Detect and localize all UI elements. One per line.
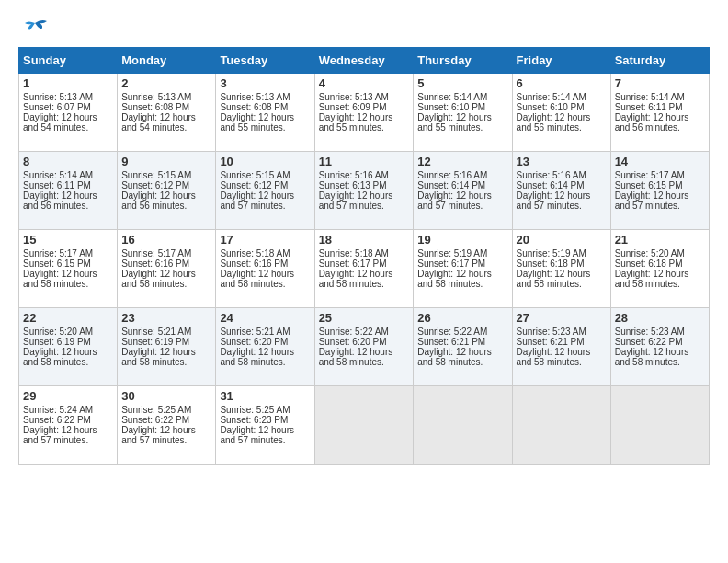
day-number: 30 bbox=[121, 389, 211, 403]
sunset-text: Sunset: 6:21 PM bbox=[517, 337, 585, 347]
sunrise-text: Sunrise: 5:20 AM bbox=[23, 327, 93, 337]
header-monday: Monday bbox=[118, 48, 216, 74]
daylight-label: Daylight: 12 hours and 55 minutes. bbox=[220, 112, 294, 132]
day-number: 7 bbox=[615, 76, 705, 90]
calendar-table: Sunday Monday Tuesday Wednesday Thursday… bbox=[18, 47, 710, 465]
header-friday: Friday bbox=[512, 48, 610, 74]
sunset-text: Sunset: 6:14 PM bbox=[517, 180, 585, 190]
day-number: 21 bbox=[615, 233, 705, 247]
sunrise-text: Sunrise: 5:25 AM bbox=[121, 405, 191, 415]
sunset-text: Sunset: 6:16 PM bbox=[220, 259, 288, 269]
sunset-text: Sunset: 6:18 PM bbox=[517, 259, 585, 269]
daylight-label: Daylight: 12 hours and 58 minutes. bbox=[615, 347, 689, 367]
calendar-cell: 17Sunrise: 5:18 AMSunset: 6:16 PMDayligh… bbox=[216, 230, 314, 308]
calendar-header-row: Sunday Monday Tuesday Wednesday Thursday… bbox=[19, 48, 710, 74]
day-number: 8 bbox=[23, 155, 113, 168]
daylight-label: Daylight: 12 hours and 57 minutes. bbox=[220, 190, 294, 211]
sunrise-text: Sunrise: 5:23 AM bbox=[615, 327, 685, 337]
calendar-cell: 20Sunrise: 5:19 AMSunset: 6:18 PMDayligh… bbox=[512, 230, 610, 308]
header-wednesday: Wednesday bbox=[314, 48, 414, 74]
daylight-label: Daylight: 12 hours and 58 minutes. bbox=[517, 347, 591, 367]
daylight-label: Daylight: 12 hours and 55 minutes. bbox=[319, 112, 393, 132]
header-tuesday: Tuesday bbox=[216, 48, 314, 74]
sunrise-text: Sunrise: 5:15 AM bbox=[121, 170, 191, 180]
day-number: 24 bbox=[220, 311, 310, 325]
day-number: 16 bbox=[121, 233, 211, 247]
calendar-cell bbox=[610, 386, 709, 465]
day-number: 5 bbox=[417, 76, 507, 90]
daylight-label: Daylight: 12 hours and 58 minutes. bbox=[121, 269, 196, 289]
calendar-cell: 7Sunrise: 5:14 AMSunset: 6:11 PMDaylight… bbox=[610, 74, 709, 152]
logo bbox=[18, 18, 49, 38]
day-number: 29 bbox=[23, 389, 113, 403]
daylight-label: Daylight: 12 hours and 54 minutes. bbox=[23, 112, 97, 132]
sunrise-text: Sunrise: 5:22 AM bbox=[417, 327, 487, 337]
sunset-text: Sunset: 6:17 PM bbox=[417, 259, 485, 269]
sunrise-text: Sunrise: 5:19 AM bbox=[517, 248, 586, 259]
header-sunday: Sunday bbox=[19, 48, 118, 74]
calendar-cell: 10Sunrise: 5:15 AMSunset: 6:12 PMDayligh… bbox=[216, 152, 314, 230]
daylight-label: Daylight: 12 hours and 58 minutes. bbox=[319, 347, 393, 367]
calendar-cell: 23Sunrise: 5:21 AMSunset: 6:19 PMDayligh… bbox=[118, 308, 216, 386]
daylight-label: Daylight: 12 hours and 56 minutes. bbox=[517, 112, 591, 132]
sunset-text: Sunset: 6:18 PM bbox=[615, 259, 683, 269]
daylight-label: Daylight: 12 hours and 58 minutes. bbox=[417, 269, 492, 289]
calendar-cell: 30Sunrise: 5:25 AMSunset: 6:22 PMDayligh… bbox=[118, 386, 216, 465]
day-number: 9 bbox=[121, 155, 211, 168]
daylight-label: Daylight: 12 hours and 56 minutes. bbox=[615, 112, 689, 132]
sunset-text: Sunset: 6:07 PM bbox=[23, 102, 91, 112]
sunrise-text: Sunrise: 5:18 AM bbox=[319, 248, 389, 259]
daylight-label: Daylight: 12 hours and 57 minutes. bbox=[615, 190, 689, 211]
sunrise-text: Sunrise: 5:17 AM bbox=[121, 248, 191, 259]
calendar-cell: 31Sunrise: 5:25 AMSunset: 6:23 PMDayligh… bbox=[216, 386, 314, 465]
logo-bird-icon bbox=[21, 18, 49, 41]
calendar-cell: 4Sunrise: 5:13 AMSunset: 6:09 PMDaylight… bbox=[314, 74, 414, 152]
sunrise-text: Sunrise: 5:23 AM bbox=[517, 327, 586, 337]
calendar-cell: 15Sunrise: 5:17 AMSunset: 6:15 PMDayligh… bbox=[19, 230, 118, 308]
sunrise-text: Sunrise: 5:15 AM bbox=[220, 170, 290, 180]
day-number: 22 bbox=[23, 311, 113, 325]
day-number: 20 bbox=[517, 233, 607, 247]
sunset-text: Sunset: 6:19 PM bbox=[121, 337, 189, 347]
sunrise-text: Sunrise: 5:14 AM bbox=[517, 92, 586, 102]
sunset-text: Sunset: 6:20 PM bbox=[319, 337, 387, 347]
day-number: 11 bbox=[319, 155, 410, 168]
calendar-cell: 6Sunrise: 5:14 AMSunset: 6:10 PMDaylight… bbox=[512, 74, 610, 152]
sunrise-text: Sunrise: 5:16 AM bbox=[417, 170, 487, 180]
day-number: 25 bbox=[319, 311, 410, 325]
sunset-text: Sunset: 6:09 PM bbox=[319, 102, 387, 112]
calendar-cell bbox=[314, 386, 414, 465]
sunrise-text: Sunrise: 5:21 AM bbox=[220, 327, 290, 337]
day-number: 28 bbox=[615, 311, 705, 325]
calendar-week-row: 29Sunrise: 5:24 AMSunset: 6:22 PMDayligh… bbox=[19, 386, 710, 465]
page-header bbox=[18, 18, 710, 38]
daylight-label: Daylight: 12 hours and 58 minutes. bbox=[517, 269, 591, 289]
day-number: 10 bbox=[220, 155, 310, 168]
calendar-cell: 26Sunrise: 5:22 AMSunset: 6:21 PMDayligh… bbox=[414, 308, 512, 386]
sunset-text: Sunset: 6:10 PM bbox=[417, 102, 485, 112]
calendar-cell bbox=[414, 386, 512, 465]
calendar-cell: 25Sunrise: 5:22 AMSunset: 6:20 PMDayligh… bbox=[314, 308, 414, 386]
day-number: 26 bbox=[417, 311, 507, 325]
calendar-cell bbox=[512, 386, 610, 465]
calendar-cell: 1Sunrise: 5:13 AMSunset: 6:07 PMDaylight… bbox=[19, 74, 118, 152]
sunset-text: Sunset: 6:08 PM bbox=[220, 102, 288, 112]
calendar-cell: 13Sunrise: 5:16 AMSunset: 6:14 PMDayligh… bbox=[512, 152, 610, 230]
sunset-text: Sunset: 6:15 PM bbox=[23, 259, 91, 269]
day-number: 6 bbox=[517, 76, 607, 90]
daylight-label: Daylight: 12 hours and 58 minutes. bbox=[121, 347, 196, 367]
daylight-label: Daylight: 12 hours and 54 minutes. bbox=[121, 112, 196, 132]
sunset-text: Sunset: 6:20 PM bbox=[220, 337, 288, 347]
sunset-text: Sunset: 6:17 PM bbox=[319, 259, 387, 269]
calendar-cell: 28Sunrise: 5:23 AMSunset: 6:22 PMDayligh… bbox=[610, 308, 709, 386]
daylight-label: Daylight: 12 hours and 58 minutes. bbox=[615, 269, 689, 289]
daylight-label: Daylight: 12 hours and 57 minutes. bbox=[220, 425, 294, 445]
sunrise-text: Sunrise: 5:13 AM bbox=[319, 92, 389, 102]
day-number: 15 bbox=[23, 233, 113, 247]
sunset-text: Sunset: 6:08 PM bbox=[121, 102, 189, 112]
calendar-week-row: 8Sunrise: 5:14 AMSunset: 6:11 PMDaylight… bbox=[19, 152, 710, 230]
calendar-cell: 5Sunrise: 5:14 AMSunset: 6:10 PMDaylight… bbox=[414, 74, 512, 152]
daylight-label: Daylight: 12 hours and 56 minutes. bbox=[23, 190, 97, 211]
sunrise-text: Sunrise: 5:20 AM bbox=[615, 248, 685, 259]
sunrise-text: Sunrise: 5:16 AM bbox=[517, 170, 586, 180]
